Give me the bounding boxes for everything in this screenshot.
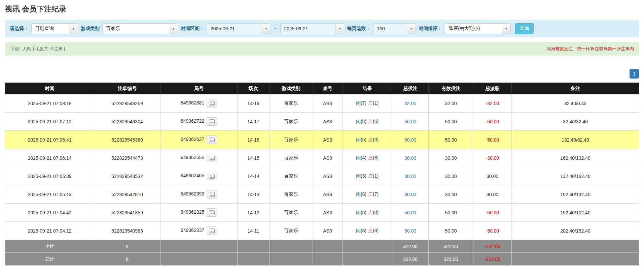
date-type-value: 日期查询 (32, 26, 69, 32)
result-banker-score: (0) (373, 137, 379, 142)
total-valid-bet: 322.00 (429, 253, 473, 266)
cell-valid-bet: 30.00 (429, 149, 473, 167)
table-row: 2025-09-21 07:07:12 522829546304 6493627… (5, 113, 639, 131)
chevron-down-icon[interactable]: ▼ (407, 24, 416, 34)
cell-total-bet: 30.00 (392, 167, 429, 185)
column-header: 场次 (238, 83, 270, 94)
cell-round-id: 649362393 (160, 185, 238, 204)
chevron-down-icon[interactable]: ▼ (502, 24, 510, 34)
cell-total-bet: 30.00 (392, 149, 429, 167)
cell-round-id: 649362627 (160, 131, 238, 149)
result-player-score: (8) (361, 191, 366, 197)
image-icon (209, 138, 215, 142)
chevron-down-icon[interactable]: ▼ (262, 24, 271, 34)
road-map-button[interactable] (207, 172, 217, 180)
cell-game-type: 百家乐 (270, 185, 313, 204)
cell-time: 2025-09-21 07:04:42 (5, 204, 94, 222)
date-to-input[interactable]: 2025-09-21 ▼ (280, 23, 344, 34)
total-bet-link[interactable]: 50.00 (404, 119, 416, 124)
total-bet-link[interactable]: 50.00 (404, 210, 416, 215)
road-map-button[interactable] (207, 190, 217, 199)
result-banker-score: (3) (373, 228, 379, 233)
filter-bar: 请选择： 日期查询 ▼ 游戏类别 百家乐 ▼ 时间区间： 2025-09-21 … (5, 20, 639, 37)
chevron-down-icon[interactable]: ▼ (335, 24, 344, 34)
date-type-label: 请选择： (10, 26, 29, 32)
cell-time: 2025-09-21 07:04:12 (5, 222, 94, 240)
cell-session: 14-12 (238, 204, 270, 222)
road-map-button[interactable] (207, 117, 217, 126)
cell-result: 闲(8)庄(6) (343, 113, 392, 131)
column-header: 有效投注 (429, 83, 473, 94)
empty-cell (512, 253, 639, 266)
cell-time: 2025-09-21 07:06:14 (5, 149, 94, 167)
empty-cell (313, 240, 343, 253)
cell-result: 闲(8)庄(7) (343, 185, 392, 204)
cell-total-bet: 30.00 (392, 185, 429, 204)
cell-result: 闲(8)庄(3) (343, 222, 392, 240)
page-1-button[interactable]: 1 (630, 69, 639, 79)
total-bet-link[interactable]: 30.00 (404, 174, 416, 179)
table-footer: 小计 8 322.00 322.00 -202.00 总计 8 (5, 240, 639, 266)
cell-valid-bet: 30.00 (429, 167, 473, 185)
chevron-down-icon[interactable]: ▼ (169, 24, 178, 34)
road-map-button[interactable] (207, 135, 217, 144)
total-bet-link[interactable]: 32.00 (404, 101, 416, 106)
cell-time: 2025-09-21 07:08:18 (5, 94, 94, 113)
note-text: 同局有效投注，统一计算在该局第一张注单内 (546, 46, 634, 52)
cell-remark: 82.40/32.40 (512, 113, 639, 131)
round-number: 649362555 (181, 155, 204, 160)
round-number: 649362465 (181, 173, 204, 178)
date-type-select[interactable]: 日期查询 ▼ (31, 23, 78, 34)
cell-total-bet: 50.00 (392, 131, 429, 149)
search-button[interactable]: 查询 (515, 23, 534, 34)
cell-session: 14-19 (238, 94, 270, 113)
cell-bet-id: 522829541859 (94, 204, 160, 222)
cell-round-id: 649362465 (160, 167, 238, 185)
game-type-value: 百家乐 (103, 26, 169, 32)
total-count: 8 (94, 253, 160, 266)
result-player-score: (8) (361, 228, 366, 233)
cell-valid-bet: 32.00 (429, 94, 473, 113)
page-root: 视讯 会员下注纪录 请选择： 日期查询 ▼ 游戏类别 百家乐 ▼ 时间区间： 2… (0, 0, 644, 266)
image-icon (209, 156, 215, 160)
cell-round-id: 649362722 (160, 113, 238, 131)
cell-round-id: 649362325 (160, 204, 238, 222)
page-size-select[interactable]: 100 ▼ (373, 23, 416, 34)
game-type-select[interactable]: 百家乐 ▼ (102, 23, 178, 34)
currency-total-text: 币别 : 人民币 | 总共 :8 注单 | (10, 46, 65, 52)
total-bet-link[interactable]: 30.00 (404, 192, 416, 197)
cell-payout: 30.00 (473, 167, 512, 185)
sort-order-select[interactable]: 降幂(由大到小) ▼ (445, 23, 511, 34)
total-bet-link[interactable]: 50.00 (404, 228, 416, 234)
result-player-score: (3) (361, 173, 366, 179)
chevron-down-icon[interactable]: ▼ (69, 24, 78, 34)
cell-result: 闲(7)庄(1) (343, 94, 392, 113)
road-map-button[interactable] (207, 99, 217, 108)
result-banker-label: 庄 (368, 173, 373, 179)
cell-remark: 132.40/82.40 (512, 131, 639, 149)
cell-total-bet: 32.00 (392, 94, 429, 113)
cell-payout: -30.00 (473, 149, 512, 167)
result-player-label: 闲 (356, 155, 361, 160)
empty-cell (270, 253, 313, 266)
total-payout: -202.00 (473, 253, 512, 266)
road-map-button[interactable] (207, 154, 217, 162)
cell-remark: 152.40/102.40 (512, 204, 639, 222)
result-player-label: 闲 (356, 191, 361, 197)
cell-bet-id: 522829542810 (94, 185, 160, 204)
cell-payout: -50.00 (473, 113, 512, 131)
total-bet-link[interactable]: 30.00 (404, 155, 416, 161)
cell-payout: -50.00 (473, 131, 512, 149)
total-label: 总计 (5, 253, 94, 266)
total-bet-link[interactable]: 50.00 (404, 137, 416, 143)
column-header: 时间 (5, 83, 94, 94)
cell-bet-id: 522829540983 (94, 222, 160, 240)
road-map-button[interactable] (207, 226, 217, 235)
road-map-button[interactable] (207, 208, 217, 217)
cell-session: 14-11 (238, 222, 270, 240)
cell-session: 14-16 (238, 131, 270, 149)
date-from-input[interactable]: 2025-09-21 ▼ (207, 23, 271, 34)
cell-table-no: AS3 (313, 222, 343, 240)
cell-game-type: 百家乐 (270, 222, 313, 240)
result-player-label: 闲 (356, 137, 361, 142)
